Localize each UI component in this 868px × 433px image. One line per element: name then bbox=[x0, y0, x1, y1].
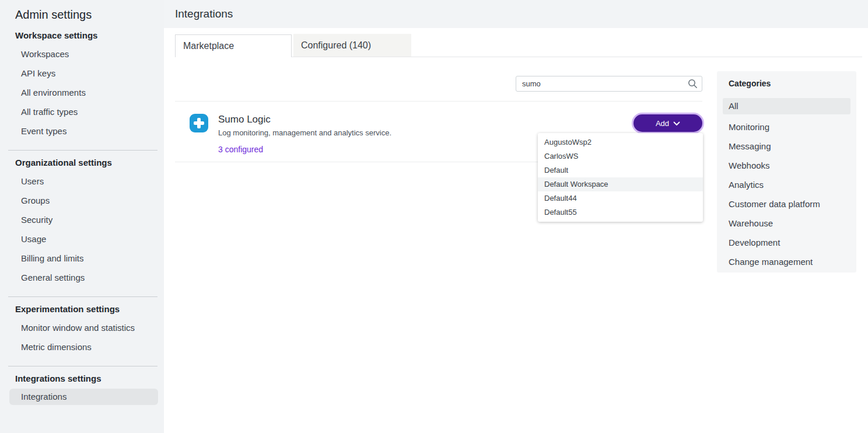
tab-configured[interactable]: Configured (140) bbox=[293, 34, 411, 57]
sidebar-item-general-settings[interactable]: General settings bbox=[0, 268, 164, 287]
category-item-change-management[interactable]: Change management bbox=[717, 252, 856, 271]
section-heading-experimentation-settings: Experimentation settings bbox=[0, 297, 164, 318]
sidebar-item-security[interactable]: Security bbox=[0, 210, 164, 229]
workspace-option-default44[interactable]: Default44 bbox=[538, 191, 703, 205]
page-header: Integrations bbox=[164, 0, 868, 28]
category-item-warehouse[interactable]: Warehouse bbox=[717, 214, 856, 233]
category-item-all[interactable]: All bbox=[723, 98, 850, 114]
categories-panel: Categories All Monitoring Messaging Webh… bbox=[717, 71, 856, 273]
content-area: Sumo Logic Log monitoring, management an… bbox=[164, 57, 868, 273]
category-item-development[interactable]: Development bbox=[717, 233, 856, 252]
category-item-webhooks[interactable]: Webhooks bbox=[717, 156, 856, 175]
workspace-option-default-workspace[interactable]: Default Workspace bbox=[538, 177, 703, 191]
sidebar-item-monitor-window-and-statistics[interactable]: Monitor window and statistics bbox=[0, 318, 164, 337]
configured-count-link[interactable]: 3 configured bbox=[218, 144, 391, 155]
section-heading-integrations-settings: Integrations settings bbox=[0, 366, 164, 387]
search-icon[interactable] bbox=[688, 79, 698, 91]
section-heading-organizational-settings: Organizational settings bbox=[0, 151, 164, 172]
tabs: Marketplace Configured (140) bbox=[175, 34, 862, 57]
section-heading-workspace-settings: Workspace settings bbox=[0, 23, 164, 44]
search-row bbox=[175, 76, 702, 92]
chevron-down-icon bbox=[673, 119, 680, 128]
sidebar-item-event-types[interactable]: Event types bbox=[0, 121, 164, 141]
sidebar-item-groups[interactable]: Groups bbox=[0, 191, 164, 210]
sidebar-item-usage[interactable]: Usage bbox=[0, 229, 164, 249]
admin-sidebar: Admin settings Workspace settings Worksp… bbox=[0, 0, 164, 433]
sidebar-item-all-environments[interactable]: All environments bbox=[0, 83, 164, 102]
workspace-option-default[interactable]: Default bbox=[538, 163, 703, 177]
sidebar-item-users[interactable]: Users bbox=[0, 172, 164, 191]
plus-icon bbox=[190, 114, 208, 132]
tab-marketplace[interactable]: Marketplace bbox=[175, 34, 292, 57]
sidebar-item-all-traffic-types[interactable]: All traffic types bbox=[0, 102, 164, 121]
integration-description: Log monitoring, management and analytics… bbox=[218, 128, 391, 138]
sidebar-item-api-keys[interactable]: API keys bbox=[0, 64, 164, 83]
sidebar-title: Admin settings bbox=[0, 0, 164, 23]
page-title: Integrations bbox=[175, 8, 233, 20]
sidebar-item-integrations[interactable]: Integrations bbox=[9, 389, 158, 405]
categories-title: Categories bbox=[717, 79, 856, 98]
main-content: Integrations Marketplace Configured (140… bbox=[164, 0, 868, 433]
workspace-option-augustowsp2[interactable]: AugustoWsp2 bbox=[538, 135, 703, 149]
workspace-option-carlosws[interactable]: CarlosWS bbox=[538, 149, 703, 163]
workspace-option-default55[interactable]: Default55 bbox=[538, 205, 703, 219]
sidebar-item-billing-and-limits[interactable]: Billing and limits bbox=[0, 249, 164, 268]
integration-card-text: Sumo Logic Log monitoring, management an… bbox=[218, 114, 391, 155]
workspace-dropdown: AugustoWsp2 CarlosWS Default Default Wor… bbox=[538, 133, 703, 222]
sidebar-item-workspaces[interactable]: Workspaces bbox=[0, 44, 164, 64]
category-item-messaging[interactable]: Messaging bbox=[717, 137, 856, 156]
integration-name: Sumo Logic bbox=[218, 114, 391, 125]
category-item-analytics[interactable]: Analytics bbox=[717, 175, 856, 194]
search-box bbox=[516, 76, 702, 92]
app-root: Admin settings Workspace settings Worksp… bbox=[0, 0, 868, 433]
add-button-label: Add bbox=[656, 119, 669, 128]
category-item-monitoring[interactable]: Monitoring bbox=[717, 117, 856, 137]
search-input[interactable] bbox=[516, 76, 702, 92]
sidebar-item-metric-dimensions[interactable]: Metric dimensions bbox=[0, 337, 164, 357]
category-item-customer-data-platform[interactable]: Customer data platform bbox=[717, 194, 856, 214]
add-button[interactable]: Add bbox=[634, 114, 702, 132]
